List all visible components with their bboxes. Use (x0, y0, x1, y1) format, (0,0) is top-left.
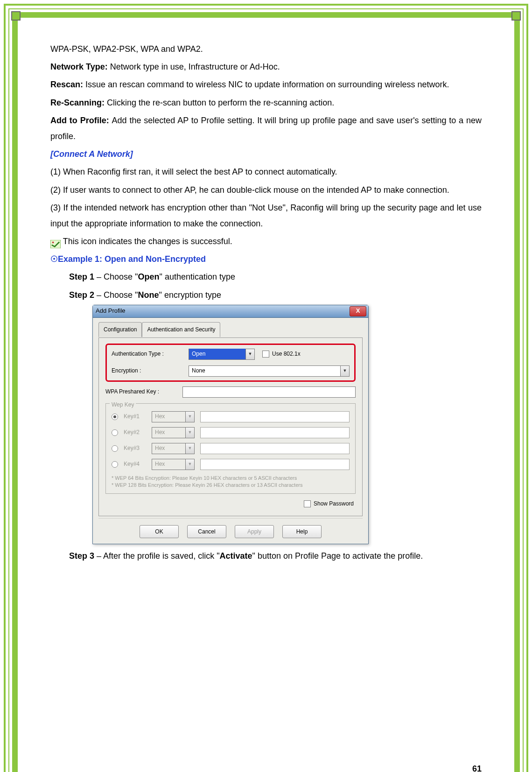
connect-step2: (2) If user wants to connect to other AP… (50, 182, 482, 198)
example-title: ☉Example 1: Open and Non-Encrypted (50, 251, 482, 267)
section-title-connect: [Connect A Network] (50, 146, 482, 162)
label-encryption: Encryption : (112, 365, 189, 376)
legend-wep-key: Wep Key (110, 400, 136, 410)
screenshot-dialog: Add Profile X Configuration Authenticati… (92, 305, 482, 544)
select-encryption[interactable]: None (189, 365, 350, 377)
text-network-type: Network Type: Network type in use, Infra… (50, 59, 482, 75)
step2: Step 2 – Choose "None" encryption type (69, 287, 482, 303)
label-key2: Key#2 (124, 427, 146, 438)
close-icon[interactable]: X (350, 306, 366, 316)
checkbox-use-8021x[interactable]: Use 802.1x (262, 349, 301, 359)
checkbox-show-password[interactable]: Show Password (304, 498, 354, 509)
wep-note-64: * WEP 64 Bits Encryption: Please Keyin 1… (112, 475, 350, 482)
svg-rect-0 (50, 240, 61, 248)
success-note: This icon indicates the changes is succe… (50, 233, 482, 249)
dialog-titlebar[interactable]: Add Profile X (93, 305, 368, 318)
label-add-to-profile: Add to Profile: (50, 116, 112, 125)
label-key3: Key#3 (124, 443, 146, 454)
text-rescan: Rescan: Issue an rescan command to wirel… (50, 77, 482, 92)
select-key2-format: Hex (152, 427, 195, 438)
tab-auth-security[interactable]: Authentication and Security (142, 322, 220, 337)
chevron-down-icon[interactable] (245, 349, 254, 359)
dialog-button-row: OK Cancel Apply Help (98, 518, 363, 538)
select-key1-format: Hex (152, 411, 195, 422)
input-key4[interactable] (200, 459, 350, 470)
dialog-title: Add Profile (96, 305, 126, 317)
wep-note-128: * WEP 128 Bits Encryption: Please Keyin … (112, 482, 350, 489)
select-encryption-value: None (189, 365, 340, 376)
input-wpa-psk[interactable] (182, 386, 356, 398)
wep-key-row: Key#2 Hex (112, 427, 350, 438)
select-key3-format: Hex (152, 443, 195, 454)
select-key4-format: Hex (152, 459, 195, 470)
connect-step3: (3) If the intended network has encrypti… (50, 200, 482, 232)
label-use-8021x: Use 802.1x (272, 349, 301, 359)
wep-key-row: Key#3 Hex (112, 443, 350, 454)
highlight-box: Authentication Type : Open Use 802.1x (105, 344, 356, 382)
step1-bold: Open (138, 272, 159, 281)
chevron-down-icon (185, 428, 194, 438)
text-rescanning: Re-Scanning: Clicking the re-scan button… (50, 95, 482, 111)
chevron-down-icon[interactable] (340, 366, 349, 376)
frame-corner (11, 11, 21, 21)
add-profile-dialog: Add Profile X Configuration Authenticati… (92, 305, 369, 544)
checkbox-icon (262, 351, 269, 358)
radio-key2[interactable] (112, 429, 118, 436)
frame-corner (511, 11, 521, 21)
input-key1[interactable] (200, 411, 350, 422)
fieldset-wep-key: Wep Key Key#1 Hex Key#2 Hex (105, 403, 356, 494)
step1-label: Step 1 (69, 272, 94, 281)
input-key3[interactable] (200, 443, 350, 454)
text-wpa: WPA-PSK, WPA2-PSK, WPA and WPA2. (50, 41, 482, 57)
select-auth-value: Open (189, 349, 245, 359)
chevron-down-icon (185, 459, 194, 470)
chevron-down-icon (185, 443, 194, 454)
ok-button[interactable]: OK (140, 525, 179, 538)
step2-label: Step 2 (69, 290, 94, 300)
wep-key-row: Key#4 Hex (112, 459, 350, 470)
success-note-text: This icon indicates the changes is succe… (63, 237, 232, 246)
desc-rescanning: Clicking the re-scan button to perform t… (107, 98, 334, 107)
radio-key1[interactable] (112, 414, 118, 420)
text-add-to-profile: Add to Profile: Add the selected AP to P… (50, 112, 482, 144)
desc-network-type: Network type in use, Infrastructure or A… (110, 62, 280, 71)
step3-label: Step 3 (69, 551, 94, 561)
document-content: WPA-PSK, WPA2-PSK, WPA and WPA2. Network… (50, 41, 482, 564)
apply-button: Apply (235, 525, 274, 538)
select-auth-type[interactable]: Open (189, 349, 255, 360)
label-wpa-psk: WPA Preshared Key : (105, 386, 182, 397)
desc-rescan: Issue an rescan command to wireless NIC … (85, 80, 449, 89)
svg-point-1 (52, 242, 54, 244)
help-button[interactable]: Help (282, 525, 322, 538)
wep-notes: * WEP 64 Bits Encryption: Please Keyin 1… (112, 475, 350, 489)
desc-add-to-profile: Add the selected AP to Profile setting. … (50, 116, 482, 141)
label-rescanning: Re-Scanning: (50, 98, 107, 107)
radio-key4[interactable] (112, 461, 118, 468)
checkbox-icon (304, 500, 311, 507)
label-auth-type: Authentication Type : (112, 349, 189, 359)
step3-bold: Activate (220, 551, 252, 561)
panel-auth-security: Authentication Type : Open Use 802.1x (98, 337, 363, 517)
connect-step1: (1) When Raconfig first ran, it will sel… (50, 164, 482, 180)
label-key1: Key#1 (124, 411, 146, 422)
cancel-button[interactable]: Cancel (187, 525, 226, 538)
label-show-password: Show Password (314, 498, 354, 509)
wep-key-row: Key#1 Hex (112, 411, 350, 422)
input-key2[interactable] (200, 427, 350, 438)
step3: Step 3 – After the profile is saved, cli… (69, 548, 482, 564)
handshake-icon (50, 238, 61, 246)
radio-key3[interactable] (112, 445, 118, 452)
step1: Step 1 – Choose "Open" authentication ty… (69, 269, 482, 285)
label-network-type: Network Type: (50, 62, 110, 71)
tab-configuration[interactable]: Configuration (98, 322, 142, 337)
label-key4: Key#4 (124, 459, 146, 470)
chevron-down-icon (185, 412, 194, 422)
step2-bold: None (138, 290, 159, 300)
label-rescan: Rescan: (50, 80, 85, 89)
page-number: 61 (472, 764, 482, 772)
